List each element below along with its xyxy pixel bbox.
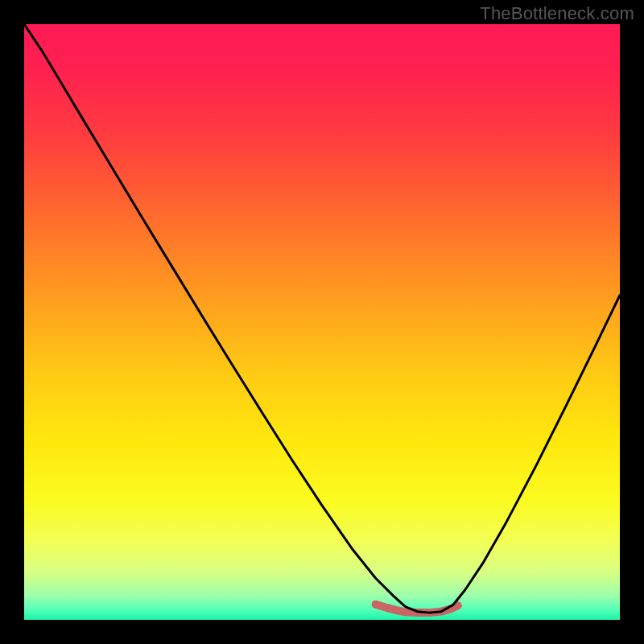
plot-area [24,24,620,620]
watermark-text: TheBottleneck.com [480,3,634,24]
gradient-background [24,24,620,620]
chart-frame: TheBottleneck.com [0,0,644,644]
bottleneck-chart [24,24,620,620]
